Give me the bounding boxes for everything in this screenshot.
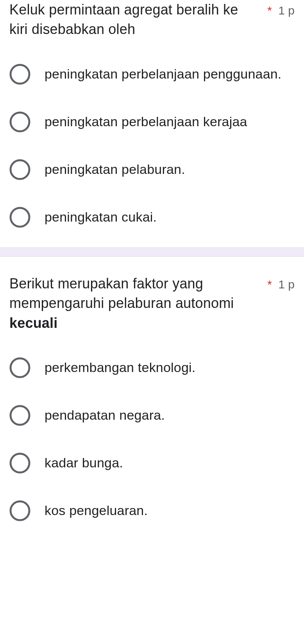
question-text-main: Berikut merupakan faktor yang mempengaru… xyxy=(9,275,234,311)
radio-button[interactable] xyxy=(9,453,30,474)
option-row[interactable]: peningkatan perbelanjaan kerajaa xyxy=(9,111,295,132)
svg-point-0 xyxy=(11,65,29,84)
question-card: Berikut merupakan faktor yang mempengaru… xyxy=(0,257,304,541)
required-asterisk: * xyxy=(267,278,272,291)
points-label: 1 p xyxy=(278,4,295,17)
radio-button[interactable] xyxy=(9,111,30,132)
card-divider xyxy=(0,247,304,257)
svg-point-3 xyxy=(11,208,29,227)
question-header: Keluk permintaan agregat beralih ke kiri… xyxy=(9,0,295,39)
option-row[interactable]: pendapatan negara. xyxy=(9,405,295,426)
radio-button[interactable] xyxy=(9,207,30,228)
radio-unchecked-icon xyxy=(9,64,30,85)
option-row[interactable]: kos pengeluaran. xyxy=(9,500,295,521)
question-text-main: Keluk permintaan agregat beralih ke kiri… xyxy=(9,2,238,37)
required-asterisk: * xyxy=(267,4,272,17)
svg-point-5 xyxy=(11,406,29,425)
question-text-bold: kecuali xyxy=(9,315,57,331)
option-label: peningkatan perbelanjaan penggunaan. xyxy=(45,65,282,83)
option-label: pendapatan negara. xyxy=(45,406,165,424)
radio-unchecked-icon xyxy=(9,111,30,132)
question-header: Berikut merupakan faktor yang mempengaru… xyxy=(9,274,295,333)
radio-unchecked-icon xyxy=(9,357,30,378)
radio-button[interactable] xyxy=(9,357,30,378)
question-text: Keluk permintaan agregat beralih ke kiri… xyxy=(9,0,252,39)
options-group: perkembangan teknologi. pendapatan negar… xyxy=(9,357,295,521)
radio-button[interactable] xyxy=(9,64,30,85)
radio-unchecked-icon xyxy=(9,500,30,521)
option-label: peningkatan cukai. xyxy=(45,208,157,226)
svg-point-4 xyxy=(11,358,29,377)
radio-unchecked-icon xyxy=(9,405,30,426)
radio-unchecked-icon xyxy=(9,207,30,228)
svg-point-1 xyxy=(11,113,29,131)
option-label: kadar bunga. xyxy=(45,454,123,472)
option-row[interactable]: kadar bunga. xyxy=(9,453,295,474)
option-label: peningkatan pelaburan. xyxy=(45,161,185,179)
svg-point-7 xyxy=(11,501,29,520)
option-row[interactable]: perkembangan teknologi. xyxy=(9,357,295,378)
option-row[interactable]: peningkatan pelaburan. xyxy=(9,159,295,180)
option-row[interactable]: peningkatan perbelanjaan penggunaan. xyxy=(9,64,295,85)
radio-button[interactable] xyxy=(9,159,30,180)
question-meta: * 1 p xyxy=(263,274,295,293)
option-label: perkembangan teknologi. xyxy=(45,359,195,377)
option-label: peningkatan perbelanjaan kerajaa xyxy=(45,113,247,131)
svg-point-2 xyxy=(11,160,29,179)
svg-point-6 xyxy=(11,454,29,472)
options-group: peningkatan perbelanjaan penggunaan. pen… xyxy=(9,64,295,228)
option-label: kos pengeluaran. xyxy=(45,502,148,520)
option-row[interactable]: peningkatan cukai. xyxy=(9,207,295,228)
radio-unchecked-icon xyxy=(9,453,30,474)
radio-button[interactable] xyxy=(9,500,30,521)
radio-unchecked-icon xyxy=(9,159,30,180)
question-text: Berikut merupakan faktor yang mempengaru… xyxy=(9,274,252,333)
radio-button[interactable] xyxy=(9,405,30,426)
question-meta: * 1 p xyxy=(263,0,295,19)
question-card: Keluk permintaan agregat beralih ke kiri… xyxy=(0,0,304,247)
points-label: 1 p xyxy=(278,278,295,291)
